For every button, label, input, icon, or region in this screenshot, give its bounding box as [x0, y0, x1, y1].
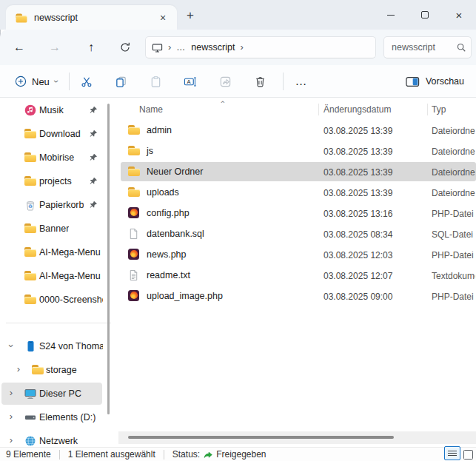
breadcrumb-overflow[interactable]: … — [176, 42, 186, 53]
folder-icon — [24, 129, 36, 138]
copy-button[interactable] — [108, 71, 133, 92]
refresh-icon — [119, 41, 131, 53]
trash-icon — [254, 75, 267, 88]
chevron-right-icon[interactable]: › — [7, 411, 16, 422]
chevron-right-icon[interactable]: › — [7, 434, 16, 445]
column-header-name[interactable]: Name — [139, 104, 163, 115]
sidebar-item-elements-d[interactable]: › Elements (D:) — [0, 406, 118, 429]
chevron-right-icon: › — [240, 41, 243, 53]
search-box[interactable]: newsscript — [383, 36, 472, 58]
sidebar-item-ai-mega-menu-2[interactable]: AI-Mega-Menu — [0, 264, 118, 288]
pin-icon — [89, 106, 98, 115]
document-icon — [128, 228, 140, 240]
preview-pane-icon — [406, 76, 420, 87]
status-value: Freigegeben — [216, 449, 266, 460]
sort-ascending-icon: › — [218, 101, 227, 104]
search-icon[interactable] — [456, 42, 466, 53]
chevron-down-icon: › — [51, 80, 61, 83]
horizontal-scrollbar[interactable] — [118, 431, 476, 444]
sidebar-item-musik[interactable]: Musik — [0, 98, 118, 122]
sidebar-item-papierkorb[interactable]: ♻ Papierkorb — [0, 193, 118, 217]
selection-count: 1 Element ausgewählt — [68, 449, 155, 460]
minimize-button[interactable] — [374, 0, 408, 30]
file-row-datenbank-sql[interactable]: datenbank.sql 03.08.2025 08:34 SQL-Datei — [118, 223, 476, 244]
sidebar-item-ai-mega-menu-1[interactable]: AI-Mega-Menu — [0, 240, 118, 264]
new-tab-button[interactable]: + — [182, 7, 198, 24]
sidebar-item-banner[interactable]: Banner — [0, 217, 118, 240]
tab-newsscript[interactable]: newsscript × — [6, 5, 177, 30]
chevron-right-icon[interactable]: › — [14, 363, 23, 374]
share-button[interactable] — [212, 71, 238, 92]
preview-toggle[interactable]: Vorschau — [402, 71, 468, 92]
pin-icon — [89, 129, 98, 138]
breadcrumb-current[interactable]: newsscript — [191, 42, 235, 53]
sidebar-scrollbar[interactable] — [107, 104, 110, 414]
close-button[interactable]: × — [442, 0, 476, 30]
paste-icon — [150, 75, 162, 88]
column-header-type[interactable]: Typ — [432, 104, 446, 115]
rename-icon: A — [184, 75, 197, 88]
recycle-bin-icon: ♻ — [24, 199, 36, 211]
file-row-neuer-ordner-selected[interactable]: Neuer Ordner 03.08.2025 13:39 Dateiordne… — [118, 161, 476, 182]
large-icons-view-button[interactable] — [463, 450, 473, 460]
details-view-button[interactable] — [444, 446, 460, 460]
items-count: 9 Elemente — [6, 449, 51, 460]
sidebar-item-download[interactable]: Download — [0, 122, 118, 146]
file-row-uploads[interactable]: uploads 03.08.2025 13:39 Dateiordner — [118, 182, 476, 203]
file-row-news-php[interactable]: news.php 03.08.2025 12:03 PHP-Datei — [118, 244, 476, 265]
file-row-upload-image-php[interactable]: upload_image.php 03.08.2025 09:00 PHP-Da… — [118, 286, 476, 306]
sidebar-item-netzwerk[interactable]: › Netzwerk — [0, 429, 118, 447]
up-button[interactable]: ↑ — [79, 36, 103, 59]
see-more-button[interactable]: … — [289, 71, 314, 92]
this-pc-icon — [152, 42, 163, 53]
rename-button[interactable]: A — [178, 71, 203, 92]
svg-text:A: A — [187, 78, 192, 85]
new-button-label: Neu — [32, 76, 50, 87]
folder-icon — [24, 176, 36, 186]
network-icon — [24, 435, 36, 447]
folder-icon — [24, 152, 36, 162]
cut-button[interactable] — [74, 71, 99, 92]
chevron-right-icon[interactable]: › — [7, 387, 16, 398]
forward-button[interactable]: → — [43, 36, 67, 59]
file-list: › Name Änderungsdatum Typ admin 03.08.20… — [118, 98, 476, 447]
sidebar-item-dieser-pc[interactable]: › Dieser PC — [0, 382, 118, 406]
search-input[interactable]: newsscript — [392, 42, 456, 53]
sidebar-item-mobirise[interactable]: Mobirise — [0, 146, 118, 169]
chevron-down-icon[interactable]: › — [6, 342, 17, 351]
delete-button[interactable] — [247, 71, 272, 92]
circle-plus-icon — [15, 75, 27, 87]
command-bar: Neu › A — [0, 65, 476, 98]
sidebar-item-projects[interactable]: projects — [0, 169, 118, 193]
back-button[interactable]: ← — [7, 36, 31, 59]
ellipsis-icon: … — [295, 75, 308, 88]
folder-icon — [16, 13, 27, 22]
tab-close-icon[interactable]: × — [156, 12, 170, 24]
address-bar[interactable]: › … newsscript › — [145, 36, 376, 58]
computer-icon — [24, 388, 36, 400]
maximize-button[interactable] — [408, 0, 442, 30]
folder-icon — [128, 166, 140, 176]
file-row-readme-txt[interactable]: readme.txt 03.08.2025 12:07 Textdokument — [118, 265, 476, 286]
paste-button[interactable] — [143, 71, 168, 92]
copy-icon — [115, 75, 127, 88]
file-row-admin[interactable]: admin 03.08.2025 13:39 Dateiordner — [118, 120, 476, 141]
share-icon — [219, 75, 232, 88]
sidebar-item-storage[interactable]: › storage — [0, 358, 118, 382]
file-row-config-php[interactable]: config.php 03.08.2025 13:16 PHP-Datei — [118, 203, 476, 223]
new-button[interactable]: Neu › — [10, 71, 62, 92]
folder-icon — [32, 365, 44, 374]
drive-icon — [24, 411, 36, 423]
refresh-button[interactable] — [113, 36, 137, 59]
column-headers: › Name Änderungsdatum Typ — [118, 98, 476, 120]
text-document-icon — [128, 269, 140, 281]
navigation-pane: Musik Download Mobirise projects — [0, 98, 118, 447]
sidebar-item-s24-von-thomas[interactable]: › S24 von Thomas — [0, 334, 118, 358]
pin-icon — [89, 177, 98, 186]
file-row-js[interactable]: js 03.08.2025 13:39 Dateiordner — [118, 141, 476, 161]
horizontal-scrollbar-thumb[interactable] — [128, 436, 394, 439]
php-file-icon — [128, 249, 139, 260]
tab-title: newsscript — [34, 13, 156, 23]
column-header-date[interactable]: Änderungsdatum — [324, 104, 391, 115]
sidebar-item-0000-screenshot[interactable]: 0000-Screenshot — [0, 288, 118, 312]
